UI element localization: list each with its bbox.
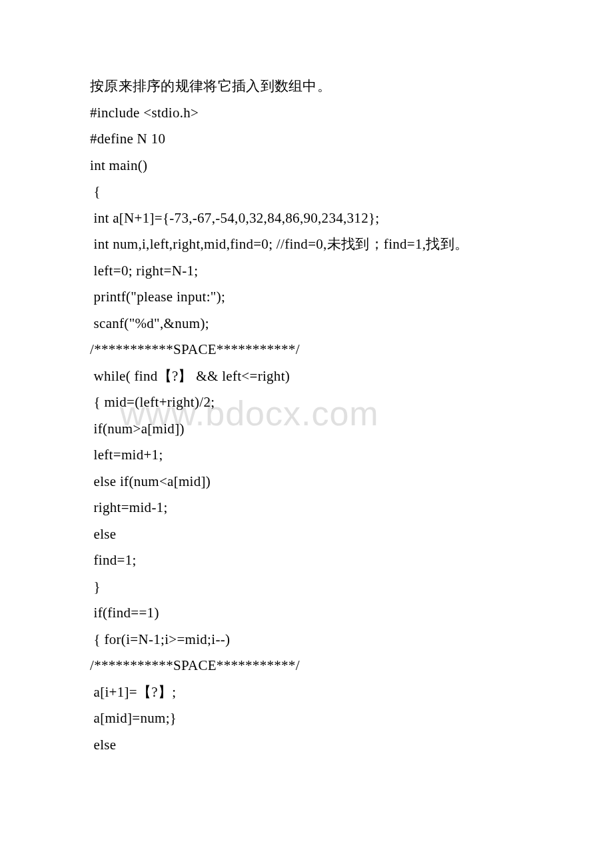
- code-line: if(find==1): [90, 600, 526, 627]
- code-line: while( find【?】 && left<=right): [90, 363, 526, 390]
- code-line: int a[N+1]={-73,-67,-54,0,32,84,86,90,23…: [90, 205, 526, 232]
- code-line: 按原来排序的规律将它插入到数组中。: [90, 73, 526, 100]
- code-line: #include <stdio.h>: [90, 100, 526, 127]
- code-line: a[mid]=num;}: [90, 705, 526, 732]
- code-line: { mid=(left+right)/2;: [90, 389, 526, 416]
- code-line: /***********SPACE***********/: [90, 653, 526, 679]
- code-line: right=mid-1;: [90, 495, 526, 521]
- code-line: left=mid+1;: [90, 442, 526, 469]
- code-line: else: [90, 521, 526, 548]
- code-line: int main(): [90, 153, 526, 179]
- code-line: /***********SPACE***********/: [90, 337, 526, 363]
- code-line: int num,i,left,right,mid,find=0; //find=…: [90, 231, 526, 258]
- code-line: #define N 10: [90, 126, 526, 153]
- code-line: else if(num<a[mid]): [90, 469, 526, 495]
- code-line: }: [90, 574, 526, 601]
- code-line: else: [90, 732, 526, 759]
- code-line: {: [90, 179, 526, 205]
- code-line: scanf("%d",&num);: [90, 311, 526, 337]
- code-line: find=1;: [90, 547, 526, 574]
- code-line: a[i+1]=【?】;: [90, 679, 526, 706]
- code-line: if(num>a[mid]): [90, 416, 526, 443]
- code-line: printf("please input:");: [90, 284, 526, 311]
- code-line: { for(i=N-1;i>=mid;i--): [90, 627, 526, 653]
- code-line: left=0; right=N-1;: [90, 258, 526, 285]
- code-content: 按原来排序的规律将它插入到数组中。 #include <stdio.h> #de…: [90, 73, 526, 758]
